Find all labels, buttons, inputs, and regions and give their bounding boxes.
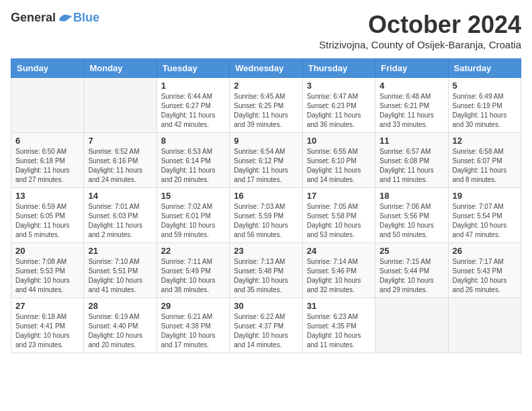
day-number: 19 (453, 191, 517, 201)
day-cell: 21Sunrise: 7:10 AM Sunset: 5:51 PM Dayli… (84, 243, 157, 298)
day-number: 30 (234, 301, 298, 311)
day-info: Sunrise: 7:11 AM Sunset: 5:49 PM Dayligh… (161, 257, 225, 295)
day-number: 3 (307, 81, 371, 91)
day-cell: 1Sunrise: 6:44 AM Sunset: 6:27 PM Daylig… (157, 78, 229, 133)
month-title: October 2024 (319, 11, 521, 39)
day-cell: 9Sunrise: 6:54 AM Sunset: 6:12 PM Daylig… (230, 133, 302, 188)
day-cell: 7Sunrise: 6:52 AM Sunset: 6:16 PM Daylig… (84, 133, 157, 188)
day-number: 11 (380, 136, 443, 146)
day-number: 14 (88, 191, 152, 201)
day-info: Sunrise: 7:06 AM Sunset: 5:56 PM Dayligh… (380, 202, 443, 240)
col-header-friday: Friday (375, 59, 448, 78)
logo-general: General (11, 11, 56, 25)
day-info: Sunrise: 6:50 AM Sunset: 6:18 PM Dayligh… (15, 147, 79, 185)
day-cell: 24Sunrise: 7:14 AM Sunset: 5:46 PM Dayli… (302, 243, 375, 298)
col-header-monday: Monday (84, 59, 157, 78)
day-cell: 23Sunrise: 7:13 AM Sunset: 5:48 PM Dayli… (230, 243, 302, 298)
day-number: 6 (15, 136, 79, 146)
day-number: 26 (453, 246, 517, 256)
day-cell: 13Sunrise: 6:59 AM Sunset: 6:05 PM Dayli… (11, 188, 84, 243)
day-info: Sunrise: 6:22 AM Sunset: 4:37 PM Dayligh… (234, 312, 298, 350)
header-row: SundayMondayTuesdayWednesdayThursdayFrid… (11, 59, 521, 78)
day-info: Sunrise: 7:14 AM Sunset: 5:46 PM Dayligh… (307, 257, 371, 295)
day-cell: 26Sunrise: 7:17 AM Sunset: 5:43 PM Dayli… (448, 243, 521, 298)
day-cell: 18Sunrise: 7:06 AM Sunset: 5:56 PM Dayli… (375, 188, 448, 243)
day-cell: 12Sunrise: 6:58 AM Sunset: 6:07 PM Dayli… (448, 133, 521, 188)
day-cell: 3Sunrise: 6:47 AM Sunset: 6:23 PM Daylig… (302, 78, 375, 133)
day-cell: 2Sunrise: 6:45 AM Sunset: 6:25 PM Daylig… (230, 78, 302, 133)
day-number: 13 (15, 191, 79, 201)
day-info: Sunrise: 7:08 AM Sunset: 5:53 PM Dayligh… (15, 257, 79, 295)
day-number: 2 (234, 81, 298, 91)
header: General Blue October 2024 Strizivojna, C… (11, 11, 521, 50)
col-header-saturday: Saturday (448, 59, 521, 78)
day-info: Sunrise: 7:10 AM Sunset: 5:51 PM Dayligh… (88, 257, 152, 295)
day-number: 8 (161, 136, 225, 146)
day-number: 10 (307, 136, 371, 146)
calendar: SundayMondayTuesdayWednesdayThursdayFrid… (11, 58, 521, 353)
day-info: Sunrise: 7:03 AM Sunset: 5:59 PM Dayligh… (234, 202, 298, 240)
subtitle: Strizivojna, County of Osijek-Baranja, C… (319, 39, 521, 50)
day-cell: 17Sunrise: 7:05 AM Sunset: 5:58 PM Dayli… (302, 188, 375, 243)
day-info: Sunrise: 6:57 AM Sunset: 6:08 PM Dayligh… (380, 147, 443, 185)
col-header-tuesday: Tuesday (157, 59, 229, 78)
day-info: Sunrise: 7:15 AM Sunset: 5:44 PM Dayligh… (380, 257, 443, 295)
day-cell: 10Sunrise: 6:55 AM Sunset: 6:10 PM Dayli… (302, 133, 375, 188)
logo-blue: Blue (73, 11, 99, 25)
day-number: 9 (234, 136, 298, 146)
day-cell: 28Sunrise: 6:19 AM Sunset: 4:40 PM Dayli… (84, 298, 157, 353)
day-cell: 19Sunrise: 7:07 AM Sunset: 5:54 PM Dayli… (448, 188, 521, 243)
day-cell (375, 298, 448, 353)
day-number: 5 (453, 81, 517, 91)
day-cell: 8Sunrise: 6:53 AM Sunset: 6:14 PM Daylig… (157, 133, 229, 188)
col-header-sunday: Sunday (11, 59, 84, 78)
title-area: October 2024 Strizivojna, County of Osij… (319, 11, 521, 50)
day-cell: 16Sunrise: 7:03 AM Sunset: 5:59 PM Dayli… (230, 188, 302, 243)
day-cell: 22Sunrise: 7:11 AM Sunset: 5:49 PM Dayli… (157, 243, 229, 298)
week-row-2: 6Sunrise: 6:50 AM Sunset: 6:18 PM Daylig… (11, 133, 521, 188)
day-info: Sunrise: 6:47 AM Sunset: 6:23 PM Dayligh… (307, 92, 371, 130)
day-info: Sunrise: 7:17 AM Sunset: 5:43 PM Dayligh… (453, 257, 517, 295)
day-cell: 30Sunrise: 6:22 AM Sunset: 4:37 PM Dayli… (230, 298, 302, 353)
day-cell: 5Sunrise: 6:49 AM Sunset: 6:19 PM Daylig… (448, 78, 521, 133)
day-number: 15 (161, 191, 225, 201)
week-row-1: 1Sunrise: 6:44 AM Sunset: 6:27 PM Daylig… (11, 78, 521, 133)
day-number: 24 (307, 246, 371, 256)
col-header-wednesday: Wednesday (230, 59, 302, 78)
day-cell: 20Sunrise: 7:08 AM Sunset: 5:53 PM Dayli… (11, 243, 84, 298)
logo: General Blue (11, 11, 99, 25)
day-info: Sunrise: 6:19 AM Sunset: 4:40 PM Dayligh… (88, 312, 152, 350)
day-number: 18 (380, 191, 443, 201)
day-cell (84, 78, 157, 133)
day-info: Sunrise: 6:55 AM Sunset: 6:10 PM Dayligh… (307, 147, 371, 185)
day-cell (11, 78, 84, 133)
day-number: 17 (307, 191, 371, 201)
day-number: 27 (15, 301, 79, 311)
day-info: Sunrise: 6:59 AM Sunset: 6:05 PM Dayligh… (15, 202, 79, 240)
day-number: 12 (453, 136, 517, 146)
day-number: 16 (234, 191, 298, 201)
day-info: Sunrise: 6:49 AM Sunset: 6:19 PM Dayligh… (453, 92, 517, 130)
day-info: Sunrise: 6:54 AM Sunset: 6:12 PM Dayligh… (234, 147, 298, 185)
day-number: 22 (161, 246, 225, 256)
day-info: Sunrise: 6:52 AM Sunset: 6:16 PM Dayligh… (88, 147, 152, 185)
col-header-thursday: Thursday (302, 59, 375, 78)
week-row-5: 27Sunrise: 6:18 AM Sunset: 4:41 PM Dayli… (11, 298, 521, 353)
week-row-3: 13Sunrise: 6:59 AM Sunset: 6:05 PM Dayli… (11, 188, 521, 243)
day-cell: 27Sunrise: 6:18 AM Sunset: 4:41 PM Dayli… (11, 298, 84, 353)
day-number: 23 (234, 246, 298, 256)
day-info: Sunrise: 7:01 AM Sunset: 6:03 PM Dayligh… (88, 202, 152, 240)
day-cell: 11Sunrise: 6:57 AM Sunset: 6:08 PM Dayli… (375, 133, 448, 188)
day-info: Sunrise: 6:58 AM Sunset: 6:07 PM Dayligh… (453, 147, 517, 185)
day-info: Sunrise: 7:13 AM Sunset: 5:48 PM Dayligh… (234, 257, 298, 295)
day-cell: 31Sunrise: 6:23 AM Sunset: 4:35 PM Dayli… (302, 298, 375, 353)
day-number: 1 (161, 81, 225, 91)
day-info: Sunrise: 6:45 AM Sunset: 6:25 PM Dayligh… (234, 92, 298, 130)
day-info: Sunrise: 6:21 AM Sunset: 4:38 PM Dayligh… (161, 312, 225, 350)
day-number: 7 (88, 136, 152, 146)
day-cell: 14Sunrise: 7:01 AM Sunset: 6:03 PM Dayli… (84, 188, 157, 243)
day-info: Sunrise: 6:48 AM Sunset: 6:21 PM Dayligh… (380, 92, 443, 130)
day-info: Sunrise: 7:05 AM Sunset: 5:58 PM Dayligh… (307, 202, 371, 240)
day-cell: 6Sunrise: 6:50 AM Sunset: 6:18 PM Daylig… (11, 133, 84, 188)
day-info: Sunrise: 6:44 AM Sunset: 6:27 PM Dayligh… (161, 92, 225, 130)
